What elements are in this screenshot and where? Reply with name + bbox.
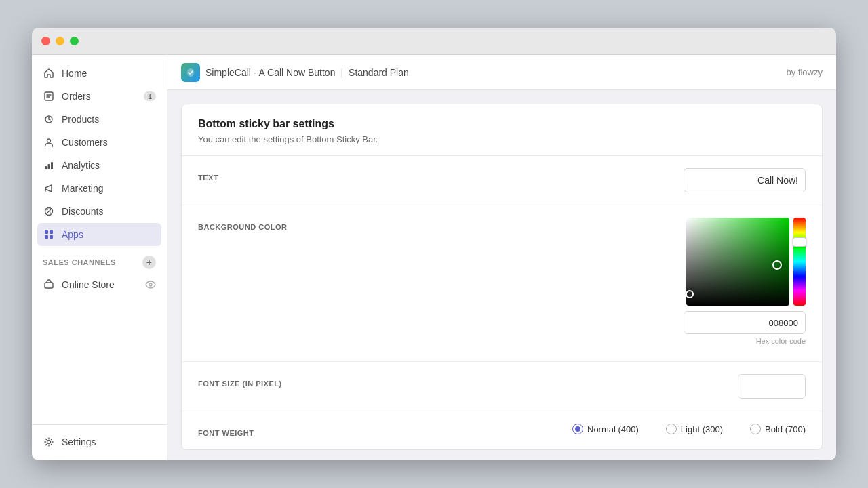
font-weight-normal[interactable]: Normal (400) (572, 424, 639, 434)
customers-icon (43, 136, 55, 148)
settings-icon (43, 436, 55, 448)
text-setting-row: TEXT (182, 156, 822, 205)
font-size-input[interactable] (738, 375, 806, 398)
svg-point-12 (149, 283, 152, 286)
svg-rect-0 (45, 92, 53, 100)
discounts-icon (43, 205, 55, 218)
font-size-setting-row: FONT SIZE (IN PIXEL) ▲ ▼ (182, 362, 822, 411)
font-weight-bold[interactable]: Bold (700) (750, 424, 806, 434)
sidebar-item-settings[interactable]: Settings (32, 430, 167, 453)
settings-card: Bottom sticky bar settings You can edit … (181, 104, 823, 450)
sidebar-label-settings: Settings (62, 436, 96, 447)
font-size-label: FONT SIZE (IN PIXEL) (198, 374, 282, 388)
online-store-icon (43, 279, 55, 291)
close-button[interactable] (41, 37, 50, 45)
eye-icon (145, 281, 156, 289)
font-size-input-wrapper: ▲ ▼ (738, 374, 806, 399)
svg-rect-11 (45, 283, 53, 288)
svg-rect-7 (45, 230, 48, 234)
sidebar: Home Orders 1 (32, 55, 167, 460)
font-weight-radio-group: Normal (400) Light (300) Bold (700) (572, 424, 806, 434)
add-sales-channel-button[interactable]: + (142, 256, 156, 269)
titlebar (32, 28, 836, 55)
bg-color-label: BACKGROUND COLOR (198, 218, 287, 231)
bg-color-setting-row: BACKGROUND COLOR (182, 205, 822, 362)
hue-slider-thumb[interactable] (793, 237, 806, 247)
sidebar-item-apps[interactable]: Apps (37, 223, 161, 246)
apps-icon (43, 228, 55, 241)
sidebar-bottom: Settings (32, 424, 167, 453)
sidebar-label-home: Home (62, 68, 87, 79)
color-picker-cursor[interactable] (772, 260, 782, 270)
svg-point-2 (47, 139, 51, 142)
svg-rect-3 (45, 166, 47, 169)
sidebar-item-discounts[interactable]: Discounts (32, 200, 167, 223)
breadcrumb-app-name: SimpleCall - A Call Now Button (205, 67, 335, 78)
sidebar-label-products: Products (62, 114, 99, 125)
svg-rect-5 (51, 162, 53, 169)
svg-rect-10 (50, 235, 53, 239)
color-gradient-picker[interactable] (686, 218, 789, 306)
hex-color-input[interactable] (684, 311, 806, 334)
radio-normal-circle (572, 424, 583, 434)
sidebar-item-orders[interactable]: Orders 1 (32, 85, 167, 108)
main-content: SimpleCall - A Call Now Button | Standar… (167, 55, 836, 460)
hue-slider[interactable] (793, 218, 806, 306)
products-icon (43, 113, 55, 125)
topbar-credit: by flowzy (787, 67, 823, 77)
marketing-icon (43, 182, 55, 195)
svg-rect-9 (45, 235, 48, 239)
sidebar-label-apps: Apps (62, 229, 83, 240)
svg-point-13 (47, 441, 51, 444)
font-weight-label: FONT WEIGHT (198, 424, 254, 437)
sidebar-label-analytics: Analytics (62, 160, 100, 171)
font-weight-light[interactable]: Light (300) (666, 424, 723, 434)
color-picker[interactable] (686, 218, 806, 306)
radio-light-label: Light (300) (681, 424, 723, 434)
sidebar-label-orders: Orders (62, 91, 91, 102)
sidebar-item-online-store[interactable]: Online Store (32, 273, 167, 296)
radio-normal-label: Normal (400) (587, 424, 639, 434)
app-window: Home Orders 1 (32, 28, 836, 460)
sales-channels-section: SALES CHANNELS + (32, 246, 167, 273)
card-subtitle: You can edit the settings of Bottom Stic… (198, 134, 806, 144)
minimize-button[interactable] (56, 37, 64, 45)
maximize-button[interactable] (70, 37, 79, 45)
sidebar-item-customers[interactable]: Customers (32, 131, 167, 154)
online-store-label: Online Store (62, 279, 115, 290)
sidebar-item-products[interactable]: Products (32, 108, 167, 131)
font-weight-setting-row: FONT WEIGHT Normal (400) (182, 411, 822, 449)
text-input[interactable] (684, 168, 806, 192)
content-area: Bottom sticky bar settings You can edit … (167, 90, 836, 460)
sidebar-item-analytics[interactable]: Analytics (32, 154, 167, 177)
app-body: Home Orders 1 (32, 55, 836, 460)
svg-rect-8 (50, 230, 53, 234)
sidebar-label-discounts: Discounts (62, 206, 103, 217)
breadcrumb: SimpleCall - A Call Now Button | Standar… (181, 63, 409, 82)
orders-badge: 1 (144, 92, 156, 101)
home-icon (43, 67, 55, 79)
breadcrumb-separator: | (340, 67, 343, 78)
breadcrumb-plan: Standard Plan (349, 67, 409, 78)
sales-channels-label: SALES CHANNELS (43, 258, 116, 266)
radio-bold-circle (750, 424, 761, 434)
card-title: Bottom sticky bar settings (198, 118, 806, 130)
radio-light-circle (666, 424, 677, 434)
orders-icon (43, 90, 55, 102)
text-label: TEXT (198, 168, 218, 182)
card-header: Bottom sticky bar settings You can edit … (182, 104, 822, 156)
hex-color-label: Hex color code (756, 337, 806, 345)
analytics-icon (43, 159, 55, 171)
radio-bold-label: Bold (700) (765, 424, 806, 434)
svg-rect-4 (48, 164, 50, 169)
app-icon (181, 63, 200, 82)
sidebar-label-customers: Customers (62, 137, 108, 148)
sidebar-label-marketing: Marketing (62, 183, 103, 194)
sidebar-item-marketing[interactable]: Marketing (32, 177, 167, 200)
sidebar-item-home[interactable]: Home (32, 62, 167, 85)
topbar: SimpleCall - A Call Now Button | Standar… (167, 55, 836, 90)
